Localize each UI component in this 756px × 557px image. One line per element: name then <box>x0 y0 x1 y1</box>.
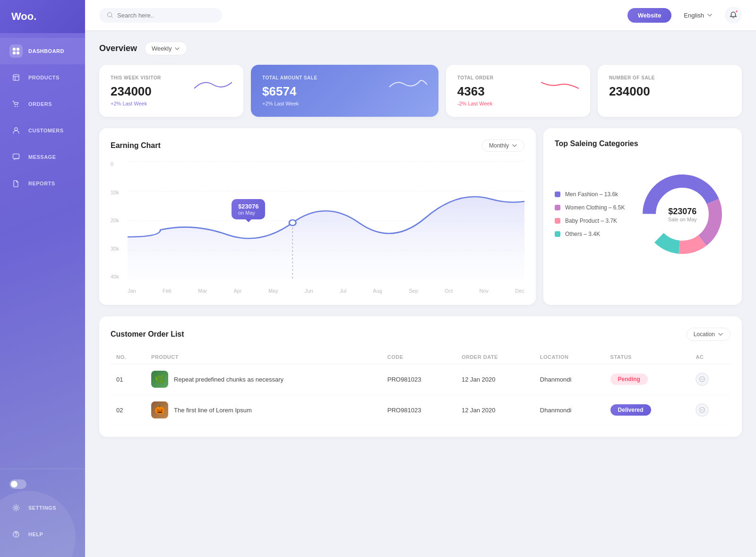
row-status: Delivered <box>605 395 690 426</box>
donut-chart: $23076 Sale on May <box>635 167 730 261</box>
stat-card-total-sale: TOTAL AMOUNT SALE $6574 +2% Last Week <box>251 65 438 117</box>
more-icon <box>699 376 705 383</box>
notification-bell[interactable] <box>725 7 742 24</box>
svg-rect-0 <box>13 48 16 51</box>
x-axis: Jan Feb Mar Apr May Jun Jul Aug Sep Oct … <box>128 288 524 294</box>
stat-card-visitors: THIS WEEK VISITOR 234000 +2% Last Week <box>99 65 243 117</box>
chart-plot: $23076 on May <box>128 161 524 279</box>
svg-point-23 <box>703 379 704 380</box>
toggle-switch[interactable] <box>9 479 26 489</box>
earning-chart-card: Earning Chart Monthly 40k 30k 20k 10k 0 <box>99 128 536 305</box>
legend-dot <box>555 191 560 197</box>
sidebar-item-settings[interactable]: SETTINGS <box>0 495 85 521</box>
chart-tooltip: $23076 on May <box>232 199 265 219</box>
notification-badge <box>735 9 739 13</box>
sidebar-bottom: SETTINGS HELP <box>0 469 85 557</box>
sidebar-item-message[interactable]: MESSAGE <box>0 144 85 170</box>
earning-chart-header: Earning Chart Monthly <box>111 139 524 152</box>
file-icon <box>9 177 23 190</box>
table-body: 01 🌿 Repeat predefined chunks as necessa… <box>111 364 730 426</box>
svg-point-21 <box>701 379 702 380</box>
product-cell: 🎃 The first line of Lorem Ipsum <box>151 401 376 418</box>
legend-others: Others – 3.4K <box>555 231 625 237</box>
donut-section: Men Fashion – 13.6k Women Clothing – 6.5… <box>555 157 730 261</box>
stat-card-total-order: TOTAL ORDER 4363 -2% Last Week <box>446 65 590 117</box>
col-code: CODE <box>382 350 456 364</box>
page-content: Overview Weekly THIS WEEK VISITOR 234000… <box>85 30 756 448</box>
row-date: 12 Jan 2020 <box>456 364 534 395</box>
chevron-down-icon <box>512 143 517 148</box>
chevron-down-icon <box>707 12 713 18</box>
categories-header: Top Saleing Categories <box>555 139 730 148</box>
svg-point-26 <box>702 409 703 410</box>
brand-logo: Woo. <box>0 0 85 33</box>
svg-point-7 <box>15 128 17 131</box>
legend-dot <box>555 218 560 224</box>
status-badge: Pending <box>610 374 648 385</box>
website-button[interactable]: Website <box>627 8 672 23</box>
table-row: 02 🎃 The first line of Lorem Ipsum PRO98… <box>111 395 730 426</box>
table-row: 01 🌿 Repeat predefined chunks as necessa… <box>111 364 730 395</box>
legend-dot <box>555 205 560 210</box>
top-categories-card: Top Saleing Categories Men Fashion – 13.… <box>543 128 742 305</box>
product-cell: 🌿 Repeat predefined chunks as necessary <box>151 371 376 388</box>
col-order-date: ORDER DATE <box>456 350 534 364</box>
svg-rect-2 <box>13 52 16 54</box>
sidebar-item-customers[interactable]: CUSTOMERS <box>0 117 85 144</box>
svg-point-6 <box>17 106 18 107</box>
language-label: English <box>684 12 704 19</box>
search-box[interactable] <box>99 8 222 23</box>
row-action[interactable] <box>690 395 730 426</box>
sidebar: Woo. DASHBOARD PRODUCTS ORDERS CUSTOMERS <box>0 0 85 557</box>
legend-baby-product: Baby Product – 3.7K <box>555 218 625 224</box>
main-content: Website English Overview Weekly THIS WEE… <box>85 0 756 557</box>
row-location: Dhanmondi <box>534 364 605 395</box>
row-location: Dhanmondi <box>534 395 605 426</box>
theme-toggle[interactable] <box>0 474 85 495</box>
col-product: PRODUCT <box>146 350 382 364</box>
gear-icon <box>9 501 23 514</box>
svg-point-9 <box>15 507 17 509</box>
legend-women-clothing: Women Clothing – 6.5K <box>555 204 625 211</box>
svg-rect-8 <box>13 154 19 159</box>
weekly-filter[interactable]: Weekly <box>145 42 187 55</box>
action-button[interactable] <box>696 373 709 386</box>
search-icon <box>107 12 113 18</box>
language-selector[interactable]: English <box>679 9 717 22</box>
row-code: PRO981023 <box>382 395 456 426</box>
chevron-down-icon <box>174 46 180 52</box>
svg-point-11 <box>16 536 16 536</box>
search-input[interactable] <box>117 12 212 19</box>
sidebar-item-dashboard[interactable]: DASHBOARD <box>0 38 85 64</box>
table-header: NO. PRODUCT CODE ORDER DATE LOCATION STA… <box>111 350 730 364</box>
location-filter[interactable]: Location <box>687 328 730 341</box>
header: Website English <box>85 0 756 30</box>
sparkline-sale <box>389 75 427 94</box>
svg-rect-3 <box>17 52 19 54</box>
product-thumb: 🎃 <box>151 401 168 418</box>
svg-rect-1 <box>17 48 19 51</box>
action-button[interactable] <box>696 403 709 417</box>
sparkline-order <box>541 75 579 94</box>
col-status: STATUS <box>605 350 690 364</box>
more-icon <box>699 407 705 413</box>
sidebar-item-products[interactable]: PRODUCTS <box>0 64 85 91</box>
row-action[interactable] <box>690 364 730 395</box>
row-status: Pending <box>605 364 690 395</box>
sidebar-item-reports[interactable]: REPORTS <box>0 170 85 197</box>
row-no: 01 <box>111 364 146 395</box>
sparkline-visitors <box>194 75 232 94</box>
box-icon <box>9 71 23 84</box>
status-badge: Delivered <box>610 404 651 416</box>
charts-row: Earning Chart Monthly 40k 30k 20k 10k 0 <box>99 128 742 305</box>
row-date: 12 Jan 2020 <box>456 395 534 426</box>
row-no: 02 <box>111 395 146 426</box>
order-list-section: Customer Order List Location NO. PRODUCT… <box>99 316 742 437</box>
sidebar-item-orders[interactable]: ORDERS <box>0 91 85 117</box>
svg-point-13 <box>289 220 296 226</box>
monthly-filter[interactable]: Monthly <box>482 139 524 152</box>
product-thumb: 🌿 <box>151 371 168 388</box>
row-code: PRO981023 <box>382 364 456 395</box>
sidebar-item-help[interactable]: HELP <box>0 521 85 548</box>
svg-point-10 <box>13 531 19 537</box>
